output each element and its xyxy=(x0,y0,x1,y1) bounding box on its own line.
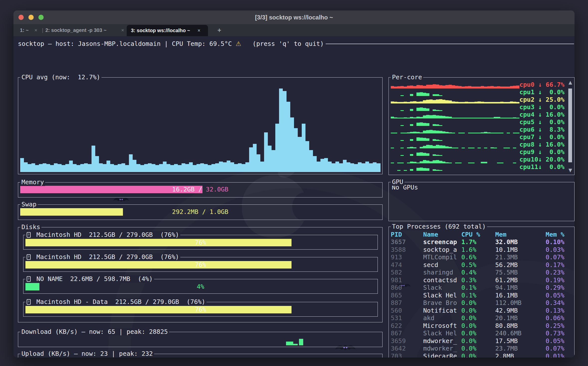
col-cpu: CPU % xyxy=(461,231,480,238)
process-row[interactable]: 582sharingd0.4%75.5MB0.23% xyxy=(389,269,574,276)
percore-row: cpu4 ↓ 16.0% xyxy=(391,111,567,118)
percore-row: cpu8 ↓ 16.0% xyxy=(391,141,567,148)
percore-label: cpu7 ↓ 0.0% xyxy=(519,133,567,141)
percore-row: cpu3 ↓ 0.0% xyxy=(391,103,567,111)
disk-usage-meter: 76% xyxy=(25,239,376,246)
disk-usage-label: 76% xyxy=(25,306,376,313)
download-panel: Download (KB/s) — now: 65 | peak: 28825 xyxy=(18,332,383,347)
percore-row: cpu7 ↓ 0.0% xyxy=(391,133,567,141)
scrollbar-thumb[interactable] xyxy=(568,89,572,162)
swap-label: 292.2MB / 1.0GB xyxy=(20,208,380,216)
col-name: Name xyxy=(423,231,438,238)
upload-title: Upload (KB/s) — now: 23 | peak: 232 xyxy=(20,350,154,358)
disk-title: ? Macintosh HD 212.5GB / 279.0GB (76%) xyxy=(25,231,180,239)
tab-1[interactable]: 1: ~ xyxy=(20,24,29,36)
scroll-up-icon[interactable]: ▲ xyxy=(568,80,573,85)
disk-title: ? Macintosh HD 212.5GB / 279.0GB (76%) xyxy=(25,253,180,261)
percore-row: cpu2 ↓ 25.0% xyxy=(391,96,567,103)
disk-box: ? Macintosh HD - Data 212.5GB / 279.0GB … xyxy=(23,302,378,317)
col-pid: PID xyxy=(391,231,402,238)
disk-title: ? NO NAME 22.6MB / 598.7MB (4%) xyxy=(25,275,154,283)
disk-usage-meter: 76% xyxy=(25,306,376,313)
process-row[interactable]: 3657screencap1.7%32.0MB0.10% xyxy=(389,238,574,246)
process-row[interactable]: 3588socktop_a1.6%10.1MB0.03% xyxy=(389,246,574,254)
disk-box: ? Macintosh HD 212.5GB / 279.0GB (76%)76… xyxy=(23,257,378,272)
percore-panel: Per-core cpu0 ↓ 66.7%cpu1 ↓ 0.0%cpu2 ↓ 2… xyxy=(389,77,575,175)
process-row[interactable]: 981contactsd0.3%61.2MB0.19% xyxy=(389,276,574,284)
percore-row: cpu1 ↓ 0.0% xyxy=(391,89,567,96)
quit-hint: (press 'q' to quit) xyxy=(253,40,324,47)
tab-2-close-icon[interactable]: × xyxy=(121,24,124,36)
download-chart xyxy=(20,337,380,345)
process-row[interactable]: 622Microsoft0.0%80.8MB0.25% xyxy=(389,322,574,330)
process-row[interactable]: 474secd0.5%56.2MB0.17% xyxy=(389,261,574,269)
status-header: socktop — host: Jasons-MBP.localdomain |… xyxy=(18,40,324,48)
disk-title: ? Macintosh HD - Data 212.5GB / 279.0GB … xyxy=(25,298,206,306)
memory-label: 16.2GB / 32.0GB xyxy=(20,186,380,193)
tab-3-close-icon[interactable]: × xyxy=(197,25,200,36)
process-row[interactable]: 860Slack0.1%94.1MB0.29% xyxy=(389,284,574,292)
process-row[interactable]: 3642mdworker_0.0%23.7MB0.07% xyxy=(389,345,574,353)
disk-usage-label: 76% xyxy=(25,261,376,269)
gpu-panel: GPU No GPUs xyxy=(389,182,575,221)
memory-panel: Memory 16.2GB / 32.0GB xyxy=(18,182,383,197)
percore-rows: cpu0 ↓ 66.7%cpu1 ↓ 0.0%cpu2 ↓ 25.0%cpu3 … xyxy=(391,81,567,171)
percore-scrollbar[interactable]: ▲ ▼ xyxy=(568,80,573,173)
percore-row: cpu9 ↓ 0.0% xyxy=(391,148,567,156)
percore-row: cpu6 ↓ 8.3% xyxy=(391,126,567,133)
cpu-avg-title: CPU avg (now: 12.7%) xyxy=(20,74,101,81)
disks-panel: Disks ? Macintosh HD 212.5GB / 279.0GB (… xyxy=(18,227,383,322)
process-row[interactable]: 867Slack Hel0.0%240.6MB0.73% xyxy=(389,330,574,337)
percore-label: cpu10↓ 20.0% xyxy=(519,156,567,163)
process-row[interactable]: 3659mdworker_0.0%17.5MB0.05% xyxy=(389,337,574,345)
disk-usage-label: 4% xyxy=(25,283,376,290)
disk-icon: ? xyxy=(27,299,31,305)
swap-panel: Swap 292.2MB / 1.0GB xyxy=(18,204,383,220)
download-title: Download (KB/s) — now: 65 | peak: 28825 xyxy=(20,328,169,336)
swap-title: Swap xyxy=(20,201,38,208)
percore-label: cpu6 ↓ 8.3% xyxy=(519,126,567,133)
memory-title: Memory xyxy=(20,179,45,186)
percore-label: cpu11↓ 0.0% xyxy=(519,163,567,171)
process-row[interactable]: 703SidecarRe0.0%2.8MB0.01% xyxy=(389,353,574,358)
process-rows: 3657screencap1.7%32.0MB0.10%3588socktop_… xyxy=(389,238,574,358)
process-row[interactable]: 887Brave Bro0.0%112.0MB0.34% xyxy=(389,299,574,307)
percore-label: cpu5 ↓ 0.0% xyxy=(519,118,567,126)
upload-panel: Upload (KB/s) — now: 23 | peak: 232 xyxy=(18,354,383,358)
process-row[interactable]: 560Notificat0.0%42.9MB0.13% xyxy=(389,307,574,315)
percore-row: cpu10↓ 20.0% xyxy=(391,156,567,163)
cpu-avg-panel: CPU avg (now: 12.7%) xyxy=(18,77,383,174)
percore-row: cpu5 ↓ 0.0% xyxy=(391,118,567,126)
process-row[interactable]: 913MTLCompil0.6%21.3MB0.07% xyxy=(389,254,574,261)
percore-row: cpu11↓ 0.0% xyxy=(391,163,567,171)
tab-1-close-icon[interactable]: × xyxy=(34,24,37,36)
process-row[interactable]: 865Slack Hel0.1%16.1MB0.05% xyxy=(389,292,574,299)
header-rule xyxy=(326,44,574,44)
host-info: socktop — host: Jasons-MBP.localdomain |… xyxy=(18,40,232,47)
col-memp: Mem % xyxy=(546,231,564,238)
swap-meter: 292.2MB / 1.0GB xyxy=(20,208,380,216)
percore-title: Per-core xyxy=(391,74,423,81)
new-tab-button[interactable]: + xyxy=(217,24,221,36)
process-row[interactable]: 531akd0.0%20.1MB0.06% xyxy=(389,314,574,322)
percore-label: cpu0 ↓ 66.7% xyxy=(519,81,567,89)
tab-bar: 1: ~ × | 2: socktop_agent -p 303 ~ × 3: … xyxy=(13,24,575,36)
cpu-avg-chart xyxy=(20,84,380,172)
tab-3-active[interactable]: 3: socktop ws://localho ~ × xyxy=(127,25,208,36)
percore-label: cpu2 ↓ 25.0% xyxy=(519,96,567,103)
terminal-content: socktop — host: Jasons-MBP.localdomain |… xyxy=(13,36,575,358)
disk-icon: ? xyxy=(27,254,31,260)
percore-label: cpu9 ↓ 0.0% xyxy=(519,148,567,156)
temp-warning-icon: ⚠ xyxy=(236,40,241,47)
screen: [3/3] socktop ws://localho ~ 1: ~ × | 2:… xyxy=(0,0,588,366)
tab-2[interactable]: 2: socktop_agent -p 303 ~ xyxy=(45,24,106,36)
percore-row: cpu0 ↓ 66.7% xyxy=(391,81,567,89)
tab-3-label: 3: socktop ws://localho ~ xyxy=(131,25,190,36)
process-table-header: PID Name CPU % Mem Mem % xyxy=(389,231,574,238)
disk-usage-meter: 4% xyxy=(25,283,376,290)
processes-panel: Top Processes (692 total) PID Name CPU %… xyxy=(389,227,575,358)
percore-label: cpu4 ↓ 16.0% xyxy=(519,111,567,118)
scroll-down-icon[interactable]: ▼ xyxy=(568,167,573,173)
disk-usage-meter: 76% xyxy=(25,261,376,269)
tab-separator: | xyxy=(42,24,43,36)
